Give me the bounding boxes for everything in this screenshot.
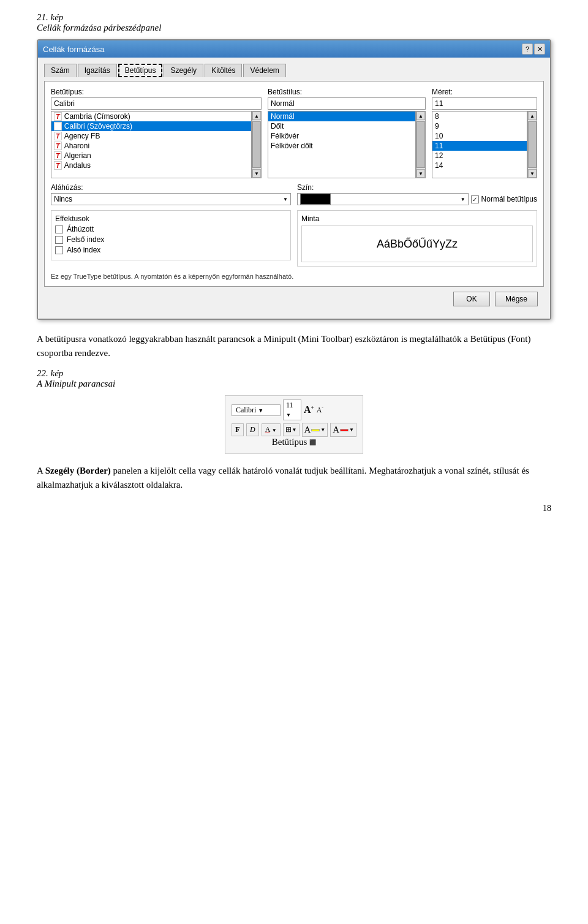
cancel-button[interactable]: Mégse — [495, 292, 538, 306]
font-icon-andalus: T — [54, 161, 62, 170]
tab-kitoltes[interactable]: Kitöltés — [205, 64, 242, 77]
size-scrollbar[interactable]: ▲ ▼ — [527, 111, 537, 178]
size-item-12[interactable]: 12 — [432, 151, 527, 161]
normal-font-label: Normál betűtípus — [481, 195, 537, 203]
body-text-1: A betűtípusra vonatkozó leggyakrabban ha… — [37, 332, 551, 360]
color-swatch — [300, 194, 331, 205]
close-button[interactable]: ✕ — [534, 44, 545, 55]
athuzott-checkbox[interactable] — [55, 225, 63, 233]
font-scrollbar[interactable]: ▲ ▼ — [252, 111, 262, 178]
body-text-1-content: A betűtípusra vonatkozó leggyakrabban ha… — [37, 334, 530, 358]
size-item-10[interactable]: 10 — [432, 131, 527, 141]
body-text-2-rest: panelen a kijelölt cella vagy cellák hat… — [37, 466, 529, 490]
style-scrollbar[interactable]: ▲ ▼ — [416, 111, 426, 178]
font-icon-aharoni: T — [54, 142, 62, 150]
preview-text: AáBbŐőŰűYyZz — [377, 238, 458, 251]
felsoindex-row: Felső index — [55, 235, 287, 244]
scroll-up-arrow[interactable]: ▲ — [252, 112, 261, 120]
font-color-button[interactable]: A ▼ — [330, 423, 356, 437]
font-item-aharoni[interactable]: T Aharoni — [51, 141, 251, 151]
font-list-wrap: T Cambria (Címsorok) T Calibri (Szövegtö… — [51, 111, 262, 178]
minipult-box: Calibri ▼ 11 ▼ A+ A- F D A ▼ ⊞ ▼ A — [225, 395, 363, 454]
tab-betutipus[interactable]: Betűtípus — [118, 64, 163, 77]
font-listbox[interactable]: T Cambria (Címsorok) T Calibri (Szövegtö… — [51, 111, 252, 178]
tab-bar: Szám Igazítás Betűtípus Szegély Kitöltés… — [44, 64, 544, 77]
size-column: Méret: 8 9 10 11 12 14 ▲ — [432, 88, 537, 178]
size-item-8[interactable]: 8 — [432, 112, 527, 121]
caption-line2: A Minipult parancsai — [37, 379, 551, 389]
alsoindex-checkbox[interactable] — [55, 246, 63, 254]
scroll-down-arrow[interactable]: ▼ — [252, 169, 261, 178]
style-name-felkoverdolt: Félkövér dőlt — [271, 142, 313, 150]
size-scroll-down[interactable]: ▼ — [528, 169, 537, 178]
style-scroll-up[interactable]: ▲ — [417, 112, 425, 120]
size-item-11[interactable]: 11 — [432, 141, 527, 151]
underline-select[interactable]: Nincs ▼ — [51, 193, 291, 205]
highlight-button[interactable]: A ▼ — [302, 423, 328, 437]
group-label: Betűtípus — [272, 437, 307, 447]
minipult-caption-row: Betűtípus ⬛ — [232, 437, 356, 447]
style-item-felkover[interactable]: Félkövér — [268, 131, 415, 141]
tab-vedelem[interactable]: Védelem — [243, 64, 285, 77]
border-button[interactable]: ⊞ ▼ — [283, 423, 300, 436]
felsoindex-checkbox[interactable] — [55, 236, 63, 244]
szegely-bold: Szegély (Border) — [45, 466, 111, 475]
style-input[interactable] — [268, 97, 426, 110]
style-scroll-down[interactable]: ▼ — [417, 169, 425, 178]
underline-value: Nincs — [54, 195, 72, 203]
underline-column: Aláhúzás: Nincs ▼ — [51, 183, 291, 205]
tab-igazitas[interactable]: Igazítás — [78, 64, 117, 77]
dialog-titlebar: Cellák formázása ? ✕ — [38, 40, 550, 58]
font-increase-button[interactable]: A+ — [304, 404, 314, 415]
minipult-font-size[interactable]: 11 ▼ — [283, 400, 301, 420]
caption-line1: 22. kép — [37, 368, 551, 379]
color-dropdown-arrow: ▼ — [461, 197, 466, 202]
font-icon-algerian: T — [54, 151, 62, 160]
font-name-cambria: Cambria (Címsorok) — [64, 112, 130, 121]
font-item-agencyfb[interactable]: T Agency FB — [51, 131, 251, 141]
style-name-normal: Normál — [271, 112, 295, 121]
dialog-body: Szám Igazítás Betűtípus Szegély Kitöltés… — [38, 58, 550, 319]
font-item-algerian[interactable]: T Algerian — [51, 151, 251, 161]
style-scroll-thumb[interactable] — [417, 121, 425, 168]
size-listbox[interactable]: 8 9 10 11 12 14 — [432, 111, 527, 178]
alsoindex-label: Alsó index — [67, 246, 100, 254]
font-item-calibri[interactable]: T Calibri (Szövegtörzs) — [51, 121, 251, 131]
color-select[interactable]: ▼ — [297, 193, 469, 205]
athuzott-label: Áthúzott — [67, 225, 94, 233]
font-input[interactable] — [51, 97, 262, 110]
font-item-cambria[interactable]: T Cambria (Címsorok) — [51, 112, 251, 121]
size-item-9[interactable]: 9 — [432, 121, 527, 131]
scroll-thumb[interactable] — [252, 121, 261, 168]
minipult-font-name[interactable]: Calibri ▼ — [232, 404, 281, 416]
italic-button[interactable]: D — [246, 423, 259, 436]
underline-font-button[interactable]: A ▼ — [262, 423, 281, 436]
normal-font-checkbox[interactable]: ✓ — [471, 195, 479, 203]
size-scroll-thumb[interactable] — [528, 121, 537, 168]
dialog-footer: OK Mégse — [44, 287, 544, 312]
help-button[interactable]: ? — [522, 44, 533, 55]
size-scroll-up[interactable]: ▲ — [528, 112, 537, 120]
style-name-felkover: Félkövér — [271, 132, 299, 140]
underline-label: Aláhúzás: — [51, 183, 291, 192]
font-name-algerian: Algerian — [64, 151, 91, 160]
size-item-14[interactable]: 14 — [432, 161, 527, 170]
body-text-2: A Szegély (Border) panelen a kijelölt ce… — [37, 464, 551, 491]
bold-button[interactable]: F — [232, 423, 244, 436]
figure22-caption: 22. kép A Minipult parancsai — [37, 368, 551, 389]
style-listbox[interactable]: Normál Dőlt Félkövér Félkövér dőlt — [268, 111, 416, 178]
style-column: Betűstílus: Normál Dőlt Félkövér — [268, 88, 426, 178]
style-item-felkoverdolt[interactable]: Félkövér dőlt — [268, 141, 415, 151]
underline-color-row: Aláhúzás: Nincs ▼ Szín: ▼ — [51, 183, 537, 205]
font-decrease-button[interactable]: A- — [317, 405, 323, 415]
style-item-normal[interactable]: Normál — [268, 112, 415, 121]
ok-button[interactable]: OK — [453, 292, 490, 306]
size-input[interactable] — [432, 97, 537, 110]
tab-szam[interactable]: Szám — [44, 64, 77, 77]
font-item-andalus[interactable]: T Andalus — [51, 161, 251, 170]
style-item-dolt[interactable]: Dőlt — [268, 121, 415, 131]
font-icon-cambria: T — [54, 112, 62, 121]
effects-header: Effektusok — [55, 214, 89, 223]
tab-szegely[interactable]: Szegély — [164, 64, 203, 77]
font-name-andalus: Andalus — [64, 161, 91, 170]
